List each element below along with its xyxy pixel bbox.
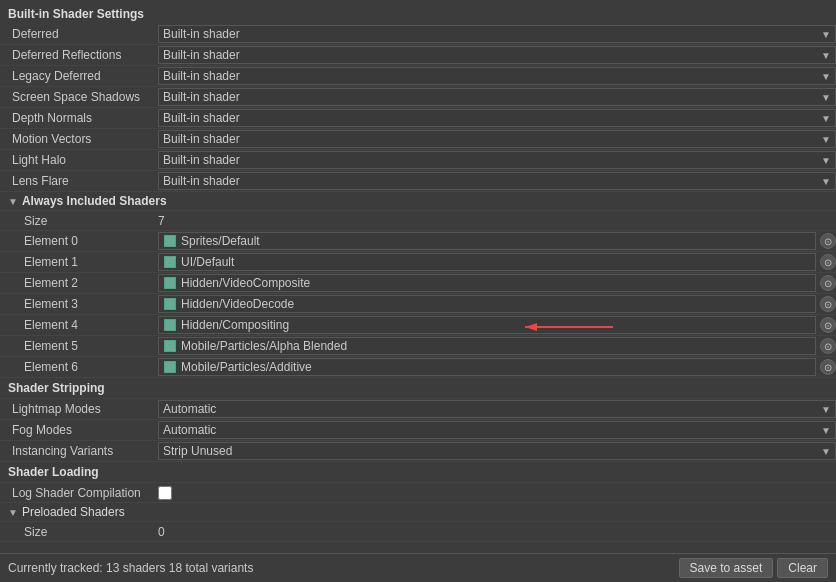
collapse-triangle[interactable]: ▼ — [8, 196, 18, 207]
preloaded-triangle[interactable]: ▼ — [8, 507, 18, 518]
element-value-3[interactable]: Hidden/VideoDecode — [158, 295, 816, 313]
stripping-value-0: Automatic ▼ — [158, 400, 836, 418]
builtin-row-label: Light Halo — [0, 153, 158, 167]
log-shader-label: Log Shader Compilation — [0, 486, 158, 500]
element-row-2: Element 2 Hidden/VideoComposite ⊙ — [0, 273, 836, 294]
element-value-6[interactable]: Mobile/Particles/Additive — [158, 358, 816, 376]
stripping-arrow-icon-1: ▼ — [821, 425, 831, 436]
builtin-row: Motion Vectors Built-in shader ▼ — [0, 129, 836, 150]
shader-icon-0 — [163, 234, 177, 248]
element-label-5: Element 5 — [0, 339, 158, 353]
element-value-4[interactable]: Hidden/Compositing — [158, 316, 816, 334]
element-label-6: Element 6 — [0, 360, 158, 374]
element-circle-btn-5[interactable]: ⊙ — [820, 338, 836, 354]
size-row: Size 7 — [0, 211, 836, 231]
element-circle-btn-6[interactable]: ⊙ — [820, 359, 836, 375]
element-value-2[interactable]: Hidden/VideoComposite — [158, 274, 816, 292]
stripping-dropdown-1[interactable]: Automatic ▼ — [158, 421, 836, 439]
status-text: Currently tracked: 13 shaders 18 total v… — [8, 561, 253, 575]
builtin-row-value: Built-in shader ▼ — [158, 25, 836, 43]
builtin-dropdown[interactable]: Built-in shader ▼ — [158, 25, 836, 43]
element-value-5[interactable]: Mobile/Particles/Alpha Blended — [158, 337, 816, 355]
element-text-1: UI/Default — [181, 255, 811, 269]
element-label-1: Element 1 — [0, 255, 158, 269]
stripping-rows: Lightmap Modes Automatic ▼ Fog Modes Aut… — [0, 399, 836, 462]
builtin-dropdown[interactable]: Built-in shader ▼ — [158, 109, 836, 127]
element-circle-btn-1[interactable]: ⊙ — [820, 254, 836, 270]
builtin-row-value: Built-in shader ▼ — [158, 130, 836, 148]
element-row-4: Element 4 Hidden/Compositing ⊙ — [0, 315, 836, 336]
element-circle-btn-2[interactable]: ⊙ — [820, 275, 836, 291]
builtin-dropdown[interactable]: Built-in shader ▼ — [158, 88, 836, 106]
element-label-4: Element 4 — [0, 318, 158, 332]
shader-stripping-title: Shader Stripping — [8, 381, 105, 395]
element-circle-btn-0[interactable]: ⊙ — [820, 233, 836, 249]
builtin-dropdown-text: Built-in shader — [163, 48, 817, 62]
dropdown-arrow-icon: ▼ — [821, 155, 831, 166]
builtin-row: Light Halo Built-in shader ▼ — [0, 150, 836, 171]
always-included-title: Always Included Shaders — [22, 194, 167, 208]
stripping-label-0: Lightmap Modes — [0, 402, 158, 416]
builtin-dropdown-text: Built-in shader — [163, 69, 817, 83]
element-value-0[interactable]: Sprites/Default — [158, 232, 816, 250]
builtin-dropdown[interactable]: Built-in shader ▼ — [158, 130, 836, 148]
builtin-row: Deferred Built-in shader ▼ — [0, 24, 836, 45]
dropdown-arrow-icon: ▼ — [821, 29, 831, 40]
builtin-dropdown-text: Built-in shader — [163, 27, 817, 41]
element-value-1[interactable]: UI/Default — [158, 253, 816, 271]
stripping-label-2: Instancing Variants — [0, 444, 158, 458]
builtin-row-label: Deferred — [0, 27, 158, 41]
stripping-arrow-icon-2: ▼ — [821, 446, 831, 457]
element-circle-btn-3[interactable]: ⊙ — [820, 296, 836, 312]
dropdown-arrow-icon: ▼ — [821, 71, 831, 82]
stripping-row-0: Lightmap Modes Automatic ▼ — [0, 399, 836, 420]
stripping-dropdown-text-0: Automatic — [163, 402, 817, 416]
footer-buttons: Save to asset Clear — [679, 558, 828, 578]
shader-icon-5 — [163, 339, 177, 353]
shader-icon-1 — [163, 255, 177, 269]
builtin-title: Built-in Shader Settings — [8, 7, 144, 21]
builtin-dropdown[interactable]: Built-in shader ▼ — [158, 172, 836, 190]
shader-icon-6 — [163, 360, 177, 374]
element-text-3: Hidden/VideoDecode — [181, 297, 811, 311]
element-row-6: Element 6 Mobile/Particles/Additive ⊙ — [0, 357, 836, 378]
dropdown-arrow-icon: ▼ — [821, 134, 831, 145]
element-circle-btn-4[interactable]: ⊙ — [820, 317, 836, 333]
builtin-header: Built-in Shader Settings — [0, 4, 836, 24]
save-button[interactable]: Save to asset — [679, 558, 774, 578]
log-shader-checkbox[interactable] — [158, 486, 172, 500]
builtin-row: Depth Normals Built-in shader ▼ — [0, 108, 836, 129]
clear-button[interactable]: Clear — [777, 558, 828, 578]
footer: Currently tracked: 13 shaders 18 total v… — [0, 553, 836, 582]
size-label: Size — [0, 214, 158, 228]
builtin-row: Lens Flare Built-in shader ▼ — [0, 171, 836, 192]
builtin-rows: Deferred Built-in shader ▼ Deferred Refl… — [0, 24, 836, 192]
element-label-2: Element 2 — [0, 276, 158, 290]
preloaded-label: Preloaded Shaders — [22, 505, 125, 519]
stripping-dropdown-text-2: Strip Unused — [163, 444, 817, 458]
builtin-dropdown[interactable]: Built-in shader ▼ — [158, 67, 836, 85]
preloaded-header: ▼ Preloaded Shaders — [0, 503, 836, 522]
builtin-row-label: Legacy Deferred — [0, 69, 158, 83]
element-label-3: Element 3 — [0, 297, 158, 311]
builtin-dropdown[interactable]: Built-in shader ▼ — [158, 46, 836, 64]
log-shader-row: Log Shader Compilation — [0, 483, 836, 503]
builtin-dropdown[interactable]: Built-in shader ▼ — [158, 151, 836, 169]
stripping-dropdown-0[interactable]: Automatic ▼ — [158, 400, 836, 418]
element-rows: Element 0 Sprites/Default ⊙ Element 1 UI… — [0, 231, 836, 378]
shader-icon-2 — [163, 276, 177, 290]
stripping-value-1: Automatic ▼ — [158, 421, 836, 439]
stripping-dropdown-2[interactable]: Strip Unused ▼ — [158, 442, 836, 460]
dropdown-arrow-icon: ▼ — [821, 176, 831, 187]
stripping-label-1: Fog Modes — [0, 423, 158, 437]
builtin-row-label: Motion Vectors — [0, 132, 158, 146]
stripping-value-2: Strip Unused ▼ — [158, 442, 836, 460]
builtin-dropdown-text: Built-in shader — [163, 90, 817, 104]
dropdown-arrow-icon: ▼ — [821, 92, 831, 103]
element-row-1: Element 1 UI/Default ⊙ — [0, 252, 836, 273]
size-value: 7 — [158, 214, 165, 228]
preloaded-size-row: Size 0 — [0, 522, 836, 542]
builtin-row-label: Screen Space Shadows — [0, 90, 158, 104]
element-text-6: Mobile/Particles/Additive — [181, 360, 811, 374]
element-label-0: Element 0 — [0, 234, 158, 248]
